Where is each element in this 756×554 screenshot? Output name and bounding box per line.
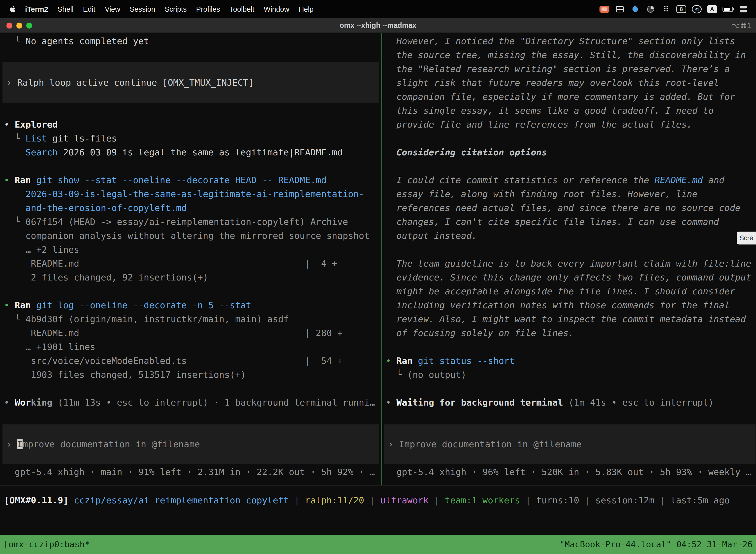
terminal-line bbox=[4, 409, 381, 424]
terminal-line bbox=[386, 131, 756, 146]
screen-button[interactable]: Scre bbox=[737, 232, 756, 244]
terminal-line: └ (no output) bbox=[386, 368, 756, 382]
recording-inner-square bbox=[602, 7, 608, 11]
right-pane-output: However, I noticed the "Directory Struct… bbox=[382, 33, 756, 479]
terminal-line: └ No agents completed yet bbox=[4, 34, 381, 48]
terminal-line: The team guideline is to back every impo… bbox=[386, 257, 756, 271]
toggle-pill bbox=[740, 10, 747, 12]
terminal-line bbox=[4, 382, 381, 396]
terminal-line bbox=[4, 437, 381, 451]
menu-item-edit[interactable]: Edit bbox=[78, 5, 100, 13]
omx-session-status-line: [OMX#0.11.9] cczip/essay/ai-reimplementa… bbox=[4, 493, 730, 507]
tab-shortcut-label: ⌥⌘1 bbox=[732, 21, 751, 30]
terminal-line bbox=[4, 48, 381, 62]
terminal-line: references need actual files, and since … bbox=[386, 201, 756, 215]
terminal-line: this single essay, it seems like a good … bbox=[386, 104, 756, 118]
terminal-line: • Ran git status --short bbox=[386, 354, 756, 368]
terminal-line: └ 067f154 (HEAD -> essay/ai-reimplementa… bbox=[4, 215, 381, 229]
window-title-bar: omx --xhigh --madmax ⌥⌘1 bbox=[0, 18, 756, 33]
right-agent-pane: › Improve documentation in @filename How… bbox=[382, 33, 756, 485]
terminal-line: README.md | 4 + bbox=[4, 257, 381, 271]
left-agent-pane: › Ralph loop active continue [OMX_TMUX_I… bbox=[0, 33, 381, 485]
terminal-line bbox=[386, 451, 756, 465]
menu-items: iTerm2ShellEditViewSessionScriptsProfile… bbox=[20, 5, 318, 13]
toggle-pill bbox=[740, 6, 747, 8]
tmux-status-bar: [omx-cczip0:bash* "MacBook-Pro-44.local"… bbox=[0, 535, 756, 554]
terminal-line: companion file, especially if more comme… bbox=[386, 90, 756, 104]
terminal-line: including verification notes with those … bbox=[386, 298, 756, 312]
terminal-line: the "Related research writing" section i… bbox=[386, 62, 756, 76]
terminal-line bbox=[386, 382, 756, 396]
traffic-lights bbox=[6, 22, 32, 29]
minimize-button[interactable] bbox=[16, 22, 22, 29]
terminal-line: … +2 lines bbox=[4, 243, 381, 257]
terminal-line: • Waiting for background terminal (1m 41… bbox=[386, 396, 756, 409]
dots-grid-icon[interactable]: ⠿ bbox=[661, 3, 671, 15]
menu-item-scripts[interactable]: Scripts bbox=[160, 5, 191, 13]
menu-item-view[interactable]: View bbox=[100, 5, 125, 13]
terminal-line bbox=[386, 437, 756, 451]
terminal-line bbox=[386, 409, 756, 424]
terminal-line: I could cite commit statistics or refere… bbox=[386, 173, 756, 187]
terminal-line: companion analysis without altering the … bbox=[4, 229, 381, 243]
terminal-line: src/voice/voiceModeEnabled.ts | 54 + bbox=[4, 354, 381, 368]
terminal-line bbox=[386, 159, 756, 173]
screen-recording-indicator-icon[interactable] bbox=[600, 6, 610, 13]
terminal-line: README.md | 280 + bbox=[4, 326, 381, 340]
terminal-line: might be acceptable alongside the file l… bbox=[386, 284, 756, 298]
apple-menu-icon[interactable] bbox=[5, 6, 20, 12]
close-button[interactable] bbox=[6, 22, 12, 29]
control-center-icon[interactable] bbox=[738, 3, 748, 15]
terminal-line: • Working (11m 13s • esc to interrupt) ·… bbox=[4, 396, 381, 409]
terminal-content: › Ralph loop active continue [OMX_TMUX_I… bbox=[0, 33, 756, 485]
terminal-line: 2026-03-09-is-legal-the-same-as-legitima… bbox=[4, 187, 381, 201]
menu-item-iterm2[interactable]: iTerm2 bbox=[20, 5, 53, 13]
terminal-line bbox=[4, 62, 381, 76]
number-key-icon[interactable]: 8 bbox=[676, 5, 686, 13]
terminal-line: [OMX#0.11.9] cczip/essay/ai-reimplementa… bbox=[4, 493, 730, 507]
terminal-line bbox=[4, 90, 381, 104]
battery-fill bbox=[724, 8, 730, 11]
menu-item-toolbelt[interactable]: Toolbelt bbox=[225, 5, 259, 13]
menu-item-window[interactable]: Window bbox=[259, 5, 294, 13]
terminal-line bbox=[386, 340, 756, 354]
grid-glyph bbox=[616, 6, 624, 12]
droplet-glyph bbox=[631, 5, 639, 13]
zoom-button[interactable] bbox=[26, 22, 32, 29]
terminal-line: review. Also, I might want to inspect th… bbox=[386, 312, 756, 326]
dark-circle-icon[interactable] bbox=[646, 3, 655, 15]
terminal-line: └ 4b9d30f (origin/main, instructkr/main,… bbox=[4, 312, 381, 326]
terminal-line: However, I noticed the "Directory Struct… bbox=[386, 34, 756, 48]
terminal-line: of focusing solely on file lines. bbox=[386, 326, 756, 340]
terminal-line: output instead. bbox=[386, 229, 756, 243]
terminal-line: … +1901 lines bbox=[4, 340, 381, 354]
terminal-line: • Ran git log --oneline --decorate -n 5 … bbox=[4, 298, 381, 312]
battery-icon[interactable] bbox=[722, 7, 733, 12]
terminal-line bbox=[4, 424, 381, 437]
menu-bar-status-icons: ⠿ 8 .61 A bbox=[597, 3, 751, 15]
terminal-line: provide file and line references from th… bbox=[386, 118, 756, 131]
terminal-line bbox=[4, 159, 381, 173]
battery-nub bbox=[733, 8, 734, 10]
gauge-icon[interactable]: .61 bbox=[692, 5, 702, 13]
menu-item-session[interactable]: Session bbox=[125, 5, 160, 13]
terminal-line: Search 2026-03-09-is-legal-the-same-as-l… bbox=[4, 146, 381, 159]
terminal-line bbox=[386, 424, 756, 437]
menu-item-shell[interactable]: Shell bbox=[53, 5, 78, 13]
terminal-line: essay file, along with finding root file… bbox=[386, 187, 756, 201]
terminal-line: evidence. Since this change only affects… bbox=[386, 271, 756, 284]
terminal-line bbox=[386, 243, 756, 257]
input-source-icon[interactable]: A bbox=[707, 5, 717, 13]
macos-menu-bar: iTerm2ShellEditViewSessionScriptsProfile… bbox=[0, 0, 756, 18]
grid-icon[interactable] bbox=[615, 3, 625, 15]
left-pane-output: └ No agents completed yet• Explored └ Li… bbox=[0, 33, 381, 479]
menu-item-help[interactable]: Help bbox=[294, 5, 318, 13]
terminal-line: Considering citation options bbox=[386, 146, 756, 159]
tmux-session-info: [omx-cczip0:bash* bbox=[3, 539, 90, 549]
menu-item-profiles[interactable]: Profiles bbox=[191, 5, 225, 13]
droplet-icon[interactable] bbox=[630, 3, 640, 15]
dark-circle-glyph bbox=[647, 6, 654, 13]
terminal-line bbox=[4, 104, 381, 118]
bottom-status-area: [OMX#0.11.9] cczip/essay/ai-reimplementa… bbox=[0, 485, 756, 554]
terminal-line: gpt-5.4 xhigh · 96% left · 520K in · 5.8… bbox=[386, 465, 756, 479]
